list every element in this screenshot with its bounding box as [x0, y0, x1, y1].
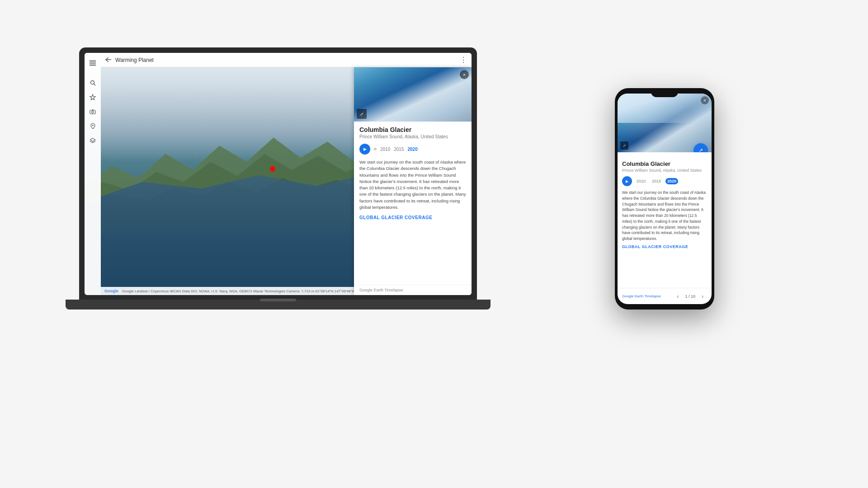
glacier-image	[354, 67, 472, 122]
sidebar	[85, 53, 101, 295]
svg-rect-4	[90, 62, 96, 63]
info-panel-laptop: ⤢ × Columbia Glacier Prince William Soun…	[354, 67, 472, 295]
page-title: Warming Planet	[115, 57, 154, 63]
phone-content: Columbia Glacier Prince William Sound, A…	[618, 152, 712, 253]
layers-icon[interactable]	[86, 134, 99, 147]
laptop-hinge	[260, 299, 296, 301]
laptop-base	[66, 300, 491, 310]
back-button[interactable]	[105, 56, 112, 64]
year-2010[interactable]: 2010	[380, 147, 390, 152]
star-icon[interactable]	[86, 91, 99, 103]
location-icon[interactable]	[86, 120, 99, 132]
phone-footer-text: Google Earth Timelapse	[622, 294, 661, 298]
phone-glacier-location: Prince William Sound, Alaska, United Sta…	[622, 168, 707, 173]
svg-marker-13	[90, 138, 95, 141]
laptop-device: Warming Planet ⋮ Google Google Landsat /…	[79, 47, 477, 310]
prev-button[interactable]: ‹	[673, 292, 682, 301]
panel-description: We start our journey on the south coast …	[359, 159, 466, 211]
camera-icon[interactable]	[86, 105, 99, 118]
phone-device: ⤢ × ↗ Columbia Glacier Prince William So…	[615, 88, 714, 310]
svg-point-10	[92, 111, 94, 113]
phone-year-2015[interactable]: 2015	[650, 178, 663, 184]
svg-point-12	[92, 125, 94, 126]
expand-image-button[interactable]: ⤢	[357, 109, 367, 119]
ice-texture	[618, 94, 712, 123]
google-logo: Google	[104, 289, 118, 293]
svg-rect-9	[90, 110, 95, 114]
svg-point-6	[90, 80, 94, 84]
phone-year-2020[interactable]: 2020	[665, 178, 678, 184]
search-icon[interactable]	[86, 76, 99, 89]
close-panel-button[interactable]: ×	[460, 70, 469, 79]
page-current: 1	[685, 294, 687, 299]
glacier-coverage-link[interactable]: GLOBAL GLACIER COVERAGE	[359, 215, 466, 220]
phone-close-button[interactable]: ×	[701, 96, 709, 104]
phone-timeline-row: ▶ 2010 2015 2020	[622, 176, 707, 186]
timeline-dots	[374, 148, 377, 150]
year-2015[interactable]: 2015	[394, 147, 404, 152]
phone-expand-button[interactable]: ⤢	[620, 141, 628, 150]
phone-year-2010[interactable]: 2010	[635, 178, 647, 184]
phone-footer: Google Earth Timelapse ‹ 1 / 10 ›	[618, 288, 712, 304]
status-text: Google Landsat / Copernicus IBCAO Data S…	[122, 289, 364, 293]
phone-header-image: ⤢ × ↗	[618, 94, 712, 152]
svg-rect-5	[90, 65, 96, 66]
phone-screen: ⤢ × ↗ Columbia Glacier Prince William So…	[618, 94, 712, 304]
phone-description: We start our journey on the south coast …	[622, 190, 707, 242]
phone-notch	[651, 88, 678, 97]
glacier-name: Columbia Glacier	[359, 126, 466, 133]
phone-glacier-name: Columbia Glacier	[622, 160, 707, 167]
timeline-dot-1	[374, 148, 377, 150]
panel-content: Columbia Glacier Prince William Sound, A…	[354, 122, 472, 285]
svg-marker-11	[92, 110, 94, 111]
phone-glacier-link[interactable]: GLOBAL GLACIER COVERAGE	[622, 244, 707, 249]
location-marker	[270, 167, 275, 171]
play-button[interactable]: ▶	[359, 144, 370, 155]
page-indicator: 1 / 10	[685, 294, 695, 299]
sidebar-menu-icon[interactable]	[86, 56, 99, 69]
laptop-body: Warming Planet ⋮ Google Google Landsat /…	[79, 47, 477, 300]
phone-play-button[interactable]: ▶	[622, 176, 632, 186]
panel-image: ⤢ ×	[354, 67, 472, 122]
year-2020[interactable]: 2020	[408, 147, 418, 152]
svg-marker-8	[90, 94, 95, 100]
phone-footer-nav: ‹ 1 / 10 ›	[673, 292, 707, 301]
svg-line-7	[94, 84, 95, 85]
panel-footer: Google Earth Timelapse	[354, 285, 472, 295]
glacier-location: Prince William Sound, Alaska, United Sta…	[359, 134, 466, 139]
next-button[interactable]: ›	[698, 292, 707, 301]
topbar: Warming Planet ⋮	[101, 53, 472, 67]
footer-text: Google Earth Timelapse	[359, 288, 403, 292]
phone-body: ⤢ × ↗ Columbia Glacier Prince William So…	[615, 88, 714, 310]
scene: Warming Planet ⋮ Google Google Landsat /…	[0, 0, 868, 488]
laptop-screen: Warming Planet ⋮ Google Google Landsat /…	[85, 53, 472, 295]
more-options-button[interactable]: ⋮	[460, 56, 467, 64]
earth-interface: Warming Planet ⋮ Google Google Landsat /…	[85, 53, 472, 295]
page-total: 10	[691, 294, 695, 299]
timeline-row: ▶ 2010 2015 2020	[359, 144, 466, 155]
svg-rect-3	[90, 61, 96, 61]
